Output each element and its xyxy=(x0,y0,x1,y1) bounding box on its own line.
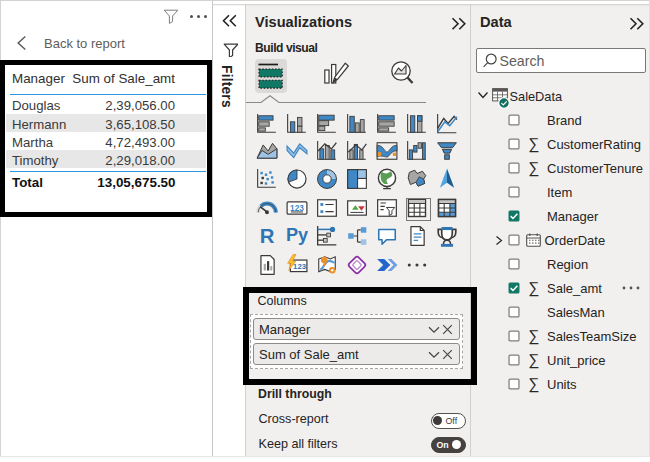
svg-text:123: 123 xyxy=(293,262,306,271)
svg-text:123: 123 xyxy=(290,203,304,213)
svg-text:R: R xyxy=(260,225,275,247)
svg-text:Py: Py xyxy=(286,225,308,245)
